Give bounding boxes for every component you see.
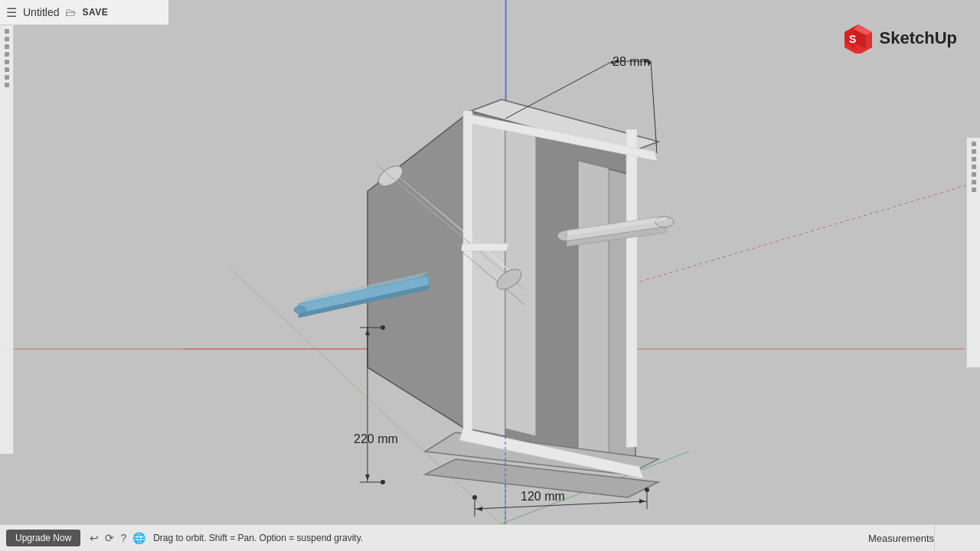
save-button[interactable]: SAVE bbox=[82, 7, 108, 18]
undo-icon[interactable]: ↩ bbox=[90, 532, 99, 544]
status-icons: ↩ ⟳ ? 🌐 bbox=[90, 532, 145, 544]
globe-icon[interactable]: 🌐 bbox=[132, 532, 145, 544]
viewport[interactable]: 28 mm 220 mm 120 mm bbox=[0, 0, 980, 551]
tool-item[interactable] bbox=[5, 60, 9, 64]
measurements-box[interactable] bbox=[934, 525, 980, 552]
help-icon[interactable]: ? bbox=[120, 532, 126, 544]
tool-item[interactable] bbox=[5, 83, 9, 87]
svg-point-58 bbox=[648, 61, 651, 64]
tool-item[interactable] bbox=[972, 157, 976, 161]
svg-point-35 bbox=[294, 306, 306, 314]
svg-point-56 bbox=[645, 487, 649, 492]
folder-icon[interactable]: 🗁 bbox=[65, 6, 76, 18]
sketchup-logo: S SketchUp bbox=[843, 23, 957, 54]
svg-point-57 bbox=[611, 61, 614, 64]
svg-point-55 bbox=[472, 495, 477, 500]
model-canvas bbox=[0, 0, 980, 551]
statusbar: Upgrade Now ↩ ⟳ ? 🌐 Drag to orbit. Shift… bbox=[0, 524, 980, 551]
svg-rect-17 bbox=[463, 111, 472, 432]
tool-item[interactable] bbox=[972, 149, 976, 154]
topbar: ☰ Untitled 🗁 SAVE bbox=[0, 0, 168, 25]
upgrade-button[interactable]: Upgrade Now bbox=[6, 530, 80, 546]
left-toolbar bbox=[0, 25, 14, 454]
logo-text: SketchUp bbox=[880, 28, 957, 48]
sketchup-logo-icon: S bbox=[843, 23, 874, 54]
tool-item[interactable] bbox=[5, 44, 9, 49]
tool-item[interactable] bbox=[5, 29, 9, 34]
tool-item[interactable] bbox=[972, 180, 976, 184]
tool-item[interactable] bbox=[5, 52, 9, 57]
tool-item[interactable] bbox=[972, 187, 976, 192]
svg-point-54 bbox=[381, 480, 385, 484]
tool-item[interactable] bbox=[5, 75, 9, 80]
tool-item[interactable] bbox=[5, 37, 9, 41]
status-hint-text: Drag to orbit. Shift = Pan. Option = sus… bbox=[153, 533, 363, 543]
tool-item[interactable] bbox=[972, 165, 976, 169]
tool-item[interactable] bbox=[972, 142, 976, 146]
svg-rect-18 bbox=[626, 129, 637, 447]
right-toolbar bbox=[966, 138, 980, 367]
measurements-label: Measurements bbox=[868, 533, 934, 544]
menu-icon[interactable]: ☰ bbox=[6, 5, 17, 20]
tool-item[interactable] bbox=[5, 67, 9, 72]
tool-item[interactable] bbox=[972, 172, 976, 177]
svg-rect-31 bbox=[461, 243, 508, 251]
orbit-icon[interactable]: ⟳ bbox=[105, 532, 114, 544]
svg-point-53 bbox=[381, 325, 385, 330]
svg-text:S: S bbox=[849, 33, 856, 45]
svg-marker-13 bbox=[578, 161, 609, 459]
document-title: Untitled bbox=[23, 6, 59, 18]
